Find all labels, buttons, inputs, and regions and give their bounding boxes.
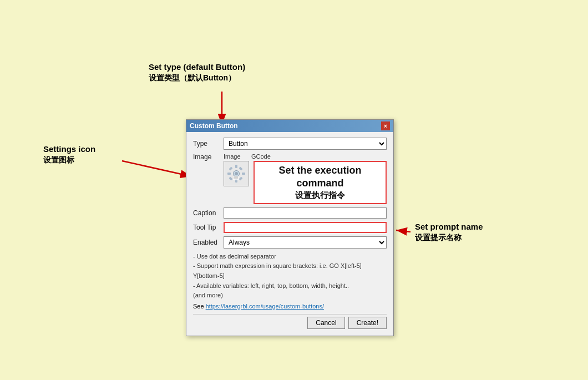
dialog-titlebar: Custom Button × <box>186 120 393 132</box>
annotation-set-type: Set type (default Button) 设置类型（默认Button） <box>149 61 245 84</box>
annotation-settings-icon-line2: 设置图标 <box>43 155 95 166</box>
hint-3: Y[bottom-5] <box>193 271 387 281</box>
hint-2: - Support math expression in square brac… <box>193 261 387 271</box>
gcode-sub-text: 设置执行指令 <box>258 190 382 201</box>
annotation-settings-icon-line1: Settings icon <box>43 143 95 155</box>
svg-line-2 <box>122 161 191 176</box>
caption-row: Caption <box>193 207 387 219</box>
hint-1: - Use dot as decimal separator <box>193 252 387 262</box>
enabled-row: Enabled Always Connected Disconnected <box>193 236 387 249</box>
see-label: See <box>193 303 204 310</box>
gcode-content: Set the execution command 设置执行指令 <box>258 164 382 201</box>
tooltip-label: Tool Tip <box>193 224 224 231</box>
type-control: Button Toggle Custom <box>224 138 387 150</box>
svg-rect-5 <box>235 165 237 168</box>
enabled-select[interactable]: Always Connected Disconnected <box>224 236 387 249</box>
dialog-footer: Cancel Create! <box>193 314 387 329</box>
sub-label-image: Image <box>224 153 251 160</box>
svg-rect-11 <box>229 176 232 180</box>
svg-rect-7 <box>227 173 231 175</box>
annotation-set-prompt: Set prompt name 设置提示名称 <box>415 221 483 244</box>
image-gcode-content: Set the execution command 设置执行指令 <box>224 161 387 204</box>
custom-button-dialog: Custom Button × Type Button Toggle Custo… <box>186 119 394 336</box>
annotation-set-prompt-line1: Set prompt name <box>415 221 483 232</box>
gcode-box[interactable]: Set the execution command 设置执行指令 <box>254 161 387 204</box>
svg-rect-12 <box>239 176 242 180</box>
image-gcode-area: Image GCode <box>224 153 387 204</box>
annotation-settings-icon: Settings icon 设置图标 <box>43 143 95 166</box>
gcode-main-text: Set the execution command <box>258 164 382 190</box>
svg-rect-9 <box>229 166 232 170</box>
caption-input[interactable] <box>224 207 387 219</box>
tooltip-control <box>224 222 387 233</box>
enabled-control: Always Connected Disconnected <box>224 236 387 249</box>
caption-control <box>224 207 387 219</box>
svg-rect-8 <box>242 173 245 175</box>
dialog-close-button[interactable]: × <box>381 121 390 130</box>
sub-labels: Image GCode <box>224 153 387 160</box>
hint-4: - Available variables: left, right, top,… <box>193 281 387 291</box>
caption-label: Caption <box>193 209 224 217</box>
tooltip-input[interactable] <box>224 222 387 233</box>
cancel-button[interactable]: Cancel <box>307 317 344 329</box>
dialog-body: Type Button Toggle Custom Image Image GC… <box>186 132 393 336</box>
type-label: Type <box>193 140 224 148</box>
annotation-set-prompt-line2: 设置提示名称 <box>415 232 483 244</box>
annotation-set-type-line2: 设置类型（默认Button） <box>149 73 245 84</box>
hints-block: - Use dot as decimal separator - Support… <box>193 252 387 301</box>
sub-label-gcode: GCode <box>251 153 387 160</box>
enabled-label: Enabled <box>193 239 224 246</box>
annotation-set-type-line1: Set type (default Button) <box>149 61 245 73</box>
image-thumbnail[interactable] <box>224 161 249 186</box>
type-row: Type Button Toggle Custom <box>193 138 387 150</box>
create-button[interactable]: Create! <box>348 317 387 329</box>
tooltip-row: Tool Tip <box>193 222 387 233</box>
type-select[interactable]: Button Toggle Custom <box>224 138 387 150</box>
help-link[interactable]: https://lasergrbl.com/usage/custom-butto… <box>206 303 324 310</box>
settings-icon <box>226 164 246 184</box>
image-gcode-row: Image Image GCode <box>193 153 387 204</box>
see-row: See https://lasergrbl.com/usage/custom-b… <box>193 303 387 310</box>
svg-line-3 <box>396 230 410 232</box>
image-label: Image <box>193 153 224 161</box>
dialog-title: Custom Button <box>190 122 238 130</box>
hint-5: (and more) <box>193 291 387 301</box>
svg-rect-10 <box>239 166 242 170</box>
svg-point-14 <box>235 172 238 175</box>
